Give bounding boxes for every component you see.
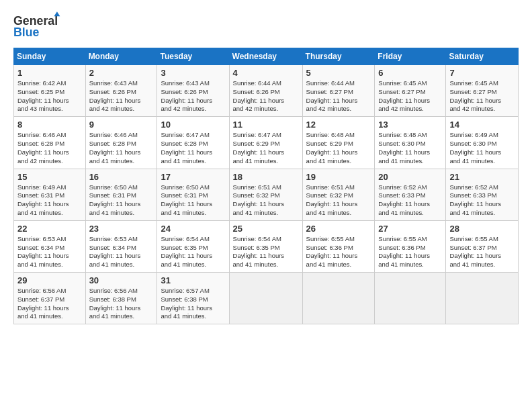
day-number: 27 [378,224,442,234]
calendar-cell: 10Sunrise: 6:47 AM Sunset: 6:28 PM Dayli… [157,117,229,169]
day-number: 29 [17,275,82,285]
weekday-header-friday: Friday [375,48,446,65]
day-info: Sunrise: 6:54 AM Sunset: 6:35 PM Dayligh… [233,235,299,269]
calendar-cell: 27Sunrise: 6:55 AM Sunset: 6:36 PM Dayli… [375,220,446,272]
calendar-table: SundayMondayTuesdayWednesdayThursdayFrid… [13,48,519,324]
day-info: Sunrise: 6:47 AM Sunset: 6:29 PM Dayligh… [233,131,299,165]
calendar-cell: 1Sunrise: 6:42 AM Sunset: 6:25 PM Daylig… [14,65,86,117]
day-number: 17 [161,172,225,182]
calendar-cell: 30Sunrise: 6:56 AM Sunset: 6:38 PM Dayli… [85,273,157,324]
day-info: Sunrise: 6:46 AM Sunset: 6:28 PM Dayligh… [17,131,82,165]
day-info: Sunrise: 6:53 AM Sunset: 6:34 PM Dayligh… [17,235,82,269]
calendar-cell: 22Sunrise: 6:53 AM Sunset: 6:34 PM Dayli… [14,220,86,272]
calendar-cell: 31Sunrise: 6:57 AM Sunset: 6:38 PM Dayli… [157,273,229,324]
weekday-header-saturday: Saturday [446,48,519,65]
day-info: Sunrise: 6:54 AM Sunset: 6:35 PM Dayligh… [161,235,225,269]
day-number: 18 [233,172,299,182]
day-number: 24 [161,224,225,234]
day-number: 6 [378,68,442,78]
calendar-cell: 19Sunrise: 6:51 AM Sunset: 6:32 PM Dayli… [302,169,375,220]
weekday-header-monday: Monday [85,48,157,65]
calendar-week-5: 29Sunrise: 6:56 AM Sunset: 6:37 PM Dayli… [14,273,519,324]
day-number: 22 [17,224,82,234]
day-number: 23 [89,224,154,234]
day-info: Sunrise: 6:49 AM Sunset: 6:31 PM Dayligh… [17,183,82,218]
day-number: 26 [306,224,371,234]
weekday-header-row: SundayMondayTuesdayWednesdayThursdayFrid… [14,48,519,65]
day-number: 20 [378,172,442,182]
calendar-cell: 26Sunrise: 6:55 AM Sunset: 6:36 PM Dayli… [302,220,375,272]
calendar-cell: 7Sunrise: 6:45 AM Sunset: 6:27 PM Daylig… [446,65,519,117]
calendar-cell: 17Sunrise: 6:50 AM Sunset: 6:31 PM Dayli… [157,169,229,220]
day-number: 16 [89,172,154,182]
day-number: 21 [449,172,515,182]
day-info: Sunrise: 6:51 AM Sunset: 6:32 PM Dayligh… [306,183,371,218]
day-info: Sunrise: 6:51 AM Sunset: 6:32 PM Dayligh… [233,183,299,218]
calendar-cell: 12Sunrise: 6:48 AM Sunset: 6:29 PM Dayli… [302,117,375,169]
day-number: 14 [449,120,515,130]
day-number: 9 [89,120,154,130]
day-number: 30 [89,275,154,285]
calendar-cell: 16Sunrise: 6:50 AM Sunset: 6:31 PM Dayli… [85,169,157,220]
day-info: Sunrise: 6:44 AM Sunset: 6:27 PM Dayligh… [306,79,371,113]
calendar-cell: 24Sunrise: 6:54 AM Sunset: 6:35 PM Dayli… [157,220,229,272]
day-info: Sunrise: 6:55 AM Sunset: 6:36 PM Dayligh… [378,235,442,269]
calendar-cell: 18Sunrise: 6:51 AM Sunset: 6:32 PM Dayli… [229,169,302,220]
calendar-cell: 14Sunrise: 6:49 AM Sunset: 6:30 PM Dayli… [446,117,519,169]
calendar-week-1: 1Sunrise: 6:42 AM Sunset: 6:25 PM Daylig… [14,65,519,117]
calendar-cell [229,273,302,324]
calendar-cell: 4Sunrise: 6:44 AM Sunset: 6:26 PM Daylig… [229,65,302,117]
calendar-cell: 15Sunrise: 6:49 AM Sunset: 6:31 PM Dayli… [14,169,86,220]
calendar-cell [446,273,519,324]
day-info: Sunrise: 6:42 AM Sunset: 6:25 PM Dayligh… [17,79,82,113]
day-number: 13 [378,120,442,130]
day-info: Sunrise: 6:56 AM Sunset: 6:38 PM Dayligh… [89,287,154,321]
day-info: Sunrise: 6:57 AM Sunset: 6:38 PM Dayligh… [161,287,225,321]
calendar-cell: 8Sunrise: 6:46 AM Sunset: 6:28 PM Daylig… [14,117,86,169]
day-number: 10 [161,120,225,130]
weekday-header-wednesday: Wednesday [229,48,302,65]
calendar-cell [302,273,375,324]
day-number: 5 [306,68,371,78]
day-info: Sunrise: 6:47 AM Sunset: 6:28 PM Dayligh… [161,131,225,165]
day-number: 7 [449,68,515,78]
svg-text:Blue: Blue [13,26,40,40]
day-info: Sunrise: 6:48 AM Sunset: 6:29 PM Dayligh… [306,131,371,165]
calendar-cell: 29Sunrise: 6:56 AM Sunset: 6:37 PM Dayli… [14,273,86,324]
day-number: 15 [17,172,82,182]
day-info: Sunrise: 6:45 AM Sunset: 6:27 PM Dayligh… [378,79,442,113]
day-info: Sunrise: 6:55 AM Sunset: 6:36 PM Dayligh… [306,235,371,269]
day-info: Sunrise: 6:46 AM Sunset: 6:28 PM Dayligh… [89,131,154,165]
day-number: 12 [306,120,371,130]
calendar-cell: 23Sunrise: 6:53 AM Sunset: 6:34 PM Dayli… [85,220,157,272]
calendar-cell: 20Sunrise: 6:52 AM Sunset: 6:33 PM Dayli… [375,169,446,220]
day-number: 25 [233,224,299,234]
day-number: 2 [89,68,154,78]
day-number: 31 [161,275,225,285]
day-info: Sunrise: 6:44 AM Sunset: 6:26 PM Dayligh… [233,79,299,113]
day-number: 19 [306,172,371,182]
day-info: Sunrise: 6:50 AM Sunset: 6:31 PM Dayligh… [161,183,225,218]
page: General Blue SundayMondayTuesdayWednesda… [0,0,532,411]
day-info: Sunrise: 6:53 AM Sunset: 6:34 PM Dayligh… [89,235,154,269]
calendar-week-3: 15Sunrise: 6:49 AM Sunset: 6:31 PM Dayli… [14,169,519,220]
calendar-cell: 5Sunrise: 6:44 AM Sunset: 6:27 PM Daylig… [302,65,375,117]
day-info: Sunrise: 6:56 AM Sunset: 6:37 PM Dayligh… [17,287,82,321]
calendar-cell: 28Sunrise: 6:55 AM Sunset: 6:37 PM Dayli… [446,220,519,272]
day-number: 8 [17,120,82,130]
day-info: Sunrise: 6:48 AM Sunset: 6:30 PM Dayligh… [378,131,442,165]
calendar-cell: 13Sunrise: 6:48 AM Sunset: 6:30 PM Dayli… [375,117,446,169]
calendar-cell: 11Sunrise: 6:47 AM Sunset: 6:29 PM Dayli… [229,117,302,169]
calendar-cell: 2Sunrise: 6:43 AM Sunset: 6:26 PM Daylig… [85,65,157,117]
day-number: 1 [17,68,82,78]
day-info: Sunrise: 6:43 AM Sunset: 6:26 PM Dayligh… [89,79,154,113]
logo: General Blue [13,11,67,41]
day-info: Sunrise: 6:45 AM Sunset: 6:27 PM Dayligh… [449,79,515,113]
calendar-cell: 6Sunrise: 6:45 AM Sunset: 6:27 PM Daylig… [375,65,446,117]
day-info: Sunrise: 6:52 AM Sunset: 6:33 PM Dayligh… [378,183,442,218]
calendar-week-4: 22Sunrise: 6:53 AM Sunset: 6:34 PM Dayli… [14,220,519,272]
calendar-cell [375,273,446,324]
calendar-cell: 9Sunrise: 6:46 AM Sunset: 6:28 PM Daylig… [85,117,157,169]
header: General Blue [13,11,519,41]
calendar-cell: 25Sunrise: 6:54 AM Sunset: 6:35 PM Dayli… [229,220,302,272]
